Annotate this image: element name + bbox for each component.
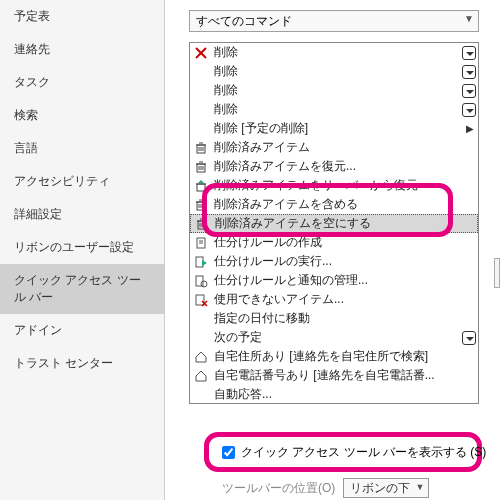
- sidebar-item-accessibility[interactable]: アクセシビリティ: [0, 165, 164, 198]
- blank-icon: [192, 83, 210, 99]
- command-list-item[interactable]: 削除: [190, 62, 478, 81]
- home-icon: [192, 349, 210, 365]
- sidebar-item-qat[interactable]: クイック アクセス ツール バー: [0, 264, 164, 314]
- command-label: 使用できないアイテム...: [214, 291, 476, 308]
- doc-icon: [192, 235, 210, 251]
- command-label: 削除: [214, 44, 460, 61]
- home-icon: [192, 368, 210, 384]
- command-label: 指定の日付に移動: [214, 310, 476, 327]
- choose-commands-dropdown[interactable]: すべてのコマンド ▼: [189, 10, 479, 32]
- main-panel: すべてのコマンド ▼ 削除削除削除削除削除 [予定の削除]▶削除済みアイテム削除…: [165, 0, 500, 500]
- trash-icon: [193, 216, 211, 232]
- command-label: 仕分けルールと通知の管理...: [214, 272, 476, 289]
- command-list-item[interactable]: 次の予定: [190, 328, 478, 347]
- blank-icon: [192, 330, 210, 346]
- command-list-item[interactable]: 削除: [190, 43, 478, 62]
- command-list-item[interactable]: 削除済みアイテムを空にする: [190, 214, 478, 233]
- sidebar-item-calendar[interactable]: 予定表: [0, 0, 164, 33]
- command-list-item[interactable]: 指定の日付に移動: [190, 309, 478, 328]
- command-list-item[interactable]: 使用できないアイテム...: [190, 290, 478, 309]
- blank-icon: [192, 311, 210, 327]
- command-label: 自宅電話番号あり [連絡先を自宅電話番...: [214, 367, 476, 384]
- sidebar-item-trust-center[interactable]: トラスト センター: [0, 347, 164, 380]
- svg-rect-34: [196, 295, 204, 305]
- dropdown-value: すべてのコマンド: [196, 13, 292, 30]
- command-list-item[interactable]: 削除: [190, 100, 478, 119]
- command-label: 自動応答...: [214, 386, 476, 403]
- command-list-item[interactable]: 削除済みアイテムを復元...: [190, 157, 478, 176]
- command-label: 削除済みアイテムを復元...: [214, 158, 476, 175]
- doc-play-icon: [192, 254, 210, 270]
- command-label: 削除: [214, 63, 460, 80]
- add-button-edge[interactable]: [494, 258, 500, 288]
- sidebar-item-addins[interactable]: アドイン: [0, 314, 164, 347]
- show-qat-label: クイック アクセス ツール バーを表示する (S): [241, 444, 486, 461]
- svg-rect-14: [197, 184, 205, 191]
- command-label: 次の予定: [214, 329, 460, 346]
- command-label: 削除済みアイテムを含める: [214, 196, 476, 213]
- dropdown-badge-icon: [462, 46, 476, 60]
- command-label: 削除済みアイテム: [214, 139, 476, 156]
- trash-up-icon: [192, 178, 210, 194]
- command-label: 削除: [214, 82, 460, 99]
- x-red-icon: [192, 45, 210, 61]
- command-list-item[interactable]: 削除済みアイテムを含める: [190, 195, 478, 214]
- chevron-down-icon: ▼: [415, 482, 424, 492]
- trash-icon: [192, 140, 210, 156]
- svg-rect-31: [196, 257, 203, 267]
- command-label: 自宅住所あり [連絡先を自宅住所で検索]: [214, 348, 476, 365]
- svg-point-33: [201, 281, 207, 287]
- sidebar-item-customize-ribbon[interactable]: リボンのユーザー設定: [0, 231, 164, 264]
- command-label: 削除済みアイテムを空にする: [215, 215, 475, 232]
- chevron-down-icon: ▼: [464, 13, 474, 24]
- dropdown-badge-icon: [462, 103, 476, 117]
- svg-rect-32: [196, 276, 203, 286]
- command-list-item[interactable]: 自宅住所あり [連絡先を自宅住所で検索]: [190, 347, 478, 366]
- doc-x-icon: [192, 292, 210, 308]
- blank-icon: [192, 64, 210, 80]
- command-list-item[interactable]: 仕分けルールの実行...: [190, 252, 478, 271]
- sidebar-item-language[interactable]: 言語: [0, 132, 164, 165]
- sidebar-item-search[interactable]: 検索: [0, 99, 164, 132]
- doc-gear-icon: [192, 273, 210, 289]
- show-qat-checkbox[interactable]: [222, 446, 235, 459]
- submenu-arrow-icon: ▶: [464, 123, 476, 134]
- command-list-item[interactable]: 仕分けルールの作成: [190, 233, 478, 252]
- dropdown-badge-icon: [462, 65, 476, 79]
- command-label: 削除済みアイテムをサーバーから復元: [214, 177, 476, 194]
- command-list-item[interactable]: 削除 [予定の削除]▶: [190, 119, 478, 138]
- blank-icon: [192, 102, 210, 118]
- sidebar-item-tasks[interactable]: タスク: [0, 66, 164, 99]
- dropdown-badge-icon: [462, 331, 476, 345]
- command-list-item[interactable]: 削除: [190, 81, 478, 100]
- dropdown-badge-icon: [462, 84, 476, 98]
- toolbar-position-select[interactable]: リボンの下 ▼: [343, 478, 429, 498]
- options-sidebar: 予定表 連絡先 タスク 検索 言語 アクセシビリティ 詳細設定 リボンのユーザー…: [0, 0, 165, 500]
- toolbar-position-label: ツールバーの位置(O): [222, 480, 335, 497]
- blank-icon: [192, 387, 210, 403]
- toolbar-position-row: ツールバーの位置(O) リボンの下 ▼: [222, 478, 429, 498]
- sidebar-item-contacts[interactable]: 連絡先: [0, 33, 164, 66]
- command-label: 仕分けルールの作成: [214, 234, 476, 251]
- command-list-item[interactable]: 自宅電話番号あり [連絡先を自宅電話番...: [190, 366, 478, 385]
- sidebar-item-advanced[interactable]: 詳細設定: [0, 198, 164, 231]
- trash-icon: [192, 197, 210, 213]
- show-qat-checkbox-row[interactable]: クイック アクセス ツール バーを表示する (S): [222, 444, 486, 461]
- command-label: 仕分けルールの実行...: [214, 253, 476, 270]
- command-label: 削除: [214, 101, 460, 118]
- command-list-item[interactable]: 自動応答...: [190, 385, 478, 404]
- blank-icon: [192, 121, 210, 137]
- commands-listbox[interactable]: 削除削除削除削除削除 [予定の削除]▶削除済みアイテム削除済みアイテムを復元..…: [189, 42, 479, 404]
- trash-icon: [192, 159, 210, 175]
- command-list-item[interactable]: 削除済みアイテムをサーバーから復元: [190, 176, 478, 195]
- command-list-item[interactable]: 仕分けルールと通知の管理...: [190, 271, 478, 290]
- command-label: 削除 [予定の削除]: [214, 120, 464, 137]
- command-list-item[interactable]: 削除済みアイテム: [190, 138, 478, 157]
